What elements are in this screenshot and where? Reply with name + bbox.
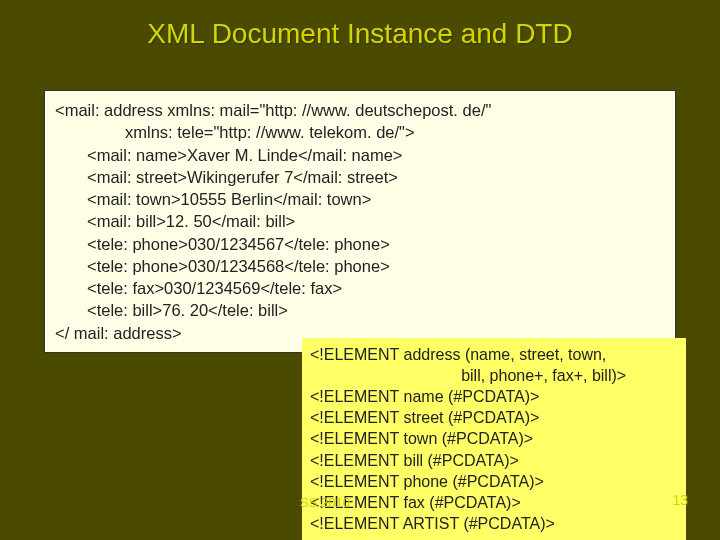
xml-line: <mail: town>10555 Berlin</mail: town>	[55, 188, 665, 210]
dtd-line: <!ELEMENT fax (#PCDATA)>	[310, 492, 678, 513]
footer-fragment: SS 2010	[300, 495, 350, 510]
dtd-line: <!ELEMENT phone (#PCDATA)>	[310, 471, 678, 492]
dtd-line: <!ELEMENT address (name, street, town,	[310, 344, 678, 365]
dtd-box: <!ELEMENT address (name, street, town, b…	[302, 338, 686, 540]
xml-instance-box: <mail: address xmlns: mail="http: //www.…	[44, 90, 676, 353]
slide-title: XML Document Instance and DTD	[0, 0, 720, 50]
dtd-line: <!ELEMENT ARTIST (#PCDATA)>	[310, 513, 678, 534]
dtd-line: <!ELEMENT street (#PCDATA)>	[310, 407, 678, 428]
xml-line: <tele: bill>76. 20</tele: bill>	[55, 299, 665, 321]
dtd-line: bill, phone+, fax+, bill)>	[310, 365, 678, 386]
dtd-line: <!ELEMENT bill (#PCDATA)>	[310, 450, 678, 471]
xml-line: <mail: name>Xaver M. Linde</mail: name>	[55, 144, 665, 166]
xml-line: <tele: fax>030/1234569</tele: fax>	[55, 277, 665, 299]
page-number: 13	[672, 492, 688, 508]
xml-line: <tele: phone>030/1234568</tele: phone>	[55, 255, 665, 277]
dtd-line: <!ELEMENT name (#PCDATA)>	[310, 386, 678, 407]
xml-line: <tele: phone>030/1234567</tele: phone>	[55, 233, 665, 255]
xml-line: xmlns: tele="http: //www. telekom. de/">	[55, 121, 665, 143]
dtd-line: <!ELEMENT town (#PCDATA)>	[310, 428, 678, 449]
xml-line: <mail: address xmlns: mail="http: //www.…	[55, 99, 665, 121]
xml-line: <mail: bill>12. 50</mail: bill>	[55, 210, 665, 232]
xml-line: <mail: street>Wikingerufer 7</mail: stre…	[55, 166, 665, 188]
